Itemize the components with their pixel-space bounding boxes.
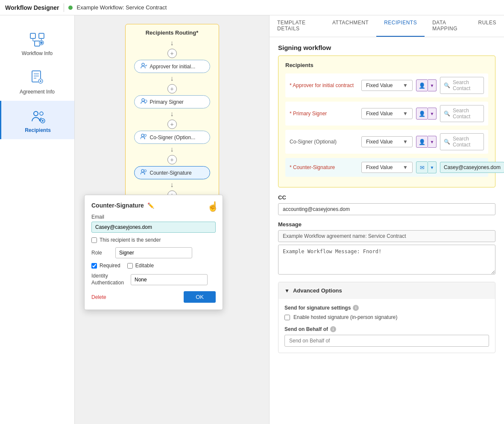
cc-input[interactable] xyxy=(278,203,495,215)
popover-sender-checkbox[interactable] xyxy=(91,237,97,243)
counter-signature-search-contact[interactable]: Casey@caseyjones.dom xyxy=(440,162,504,173)
counter-signature-popover: Counter-Signature ✏️ Email This recipien… xyxy=(84,195,223,310)
tab-rules[interactable]: RULES xyxy=(470,15,504,37)
sidebar-item-workflow-info[interactable]: Workflow Info xyxy=(0,24,74,62)
popover-editable-checkbox[interactable] xyxy=(127,263,133,269)
popover-role-input[interactable] xyxy=(115,247,192,258)
tab-template-details[interactable]: TEMPLATE DETAILS xyxy=(270,15,325,37)
co-signer-person-dropdown[interactable]: ▼ xyxy=(428,136,437,148)
tab-attachment[interactable]: ATTACHMENT xyxy=(325,15,376,37)
send-behalf-label: Send on Behalf of i xyxy=(284,326,489,332)
popover-delete-link[interactable]: Delete xyxy=(91,294,106,300)
hosted-signature-checkbox[interactable] xyxy=(284,315,290,320)
co-signer-node[interactable]: Co-Signer (Option... xyxy=(134,131,210,144)
arrow-down-2: ↓ xyxy=(134,75,210,82)
message-name-input[interactable] xyxy=(278,230,495,242)
tab-data-mapping[interactable]: DATA MAPPING xyxy=(425,15,470,37)
sidebar-item-recipients[interactable]: Recipients xyxy=(0,101,74,139)
svg-point-18 xyxy=(40,112,43,115)
sidebar: Workflow Info Agreement Info xyxy=(0,15,75,424)
svg-point-20 xyxy=(42,120,44,122)
counter-signature-person-btn[interactable]: ✉ xyxy=(416,161,428,173)
popover-email-label: Email xyxy=(91,214,216,220)
tab-bar: TEMPLATE DETAILS ATTACHMENT RECIPIENTS D… xyxy=(270,15,504,37)
popover-ok-button[interactable]: OK xyxy=(184,291,216,303)
approver-dropdown-arrow: ▼ xyxy=(403,82,408,88)
message-body-textarea[interactable]: Example Workflow Message: Fnord! xyxy=(278,245,495,275)
primary-signer-dropdown[interactable]: Fixed Value ▼ xyxy=(361,108,413,119)
svg-point-16 xyxy=(40,80,41,82)
approver-search-contact[interactable]: 🔍 Search Contact xyxy=(440,77,484,94)
popover-header: Counter-Signature ✏️ xyxy=(91,202,216,209)
recipients-box: Recipients * Approver for initial contra… xyxy=(278,56,495,187)
counter-signature-node[interactable]: Counter-Signature xyxy=(134,166,210,179)
co-signer-dropdown[interactable]: Fixed Value ▼ xyxy=(361,136,413,147)
counter-signature-label: * Counter-Signature xyxy=(290,164,358,170)
popover-footer: Delete OK xyxy=(91,291,216,303)
svg-point-27 xyxy=(144,170,146,172)
workflow-name: Example Workflow: Service Contract xyxy=(77,4,167,11)
arrow-down-4: ↓ xyxy=(134,146,210,153)
cc-section: CC xyxy=(278,194,495,215)
send-behalf-input[interactable] xyxy=(284,335,489,347)
co-signer-search-contact[interactable]: 🔍 Search Contact xyxy=(440,133,484,150)
panel-content: Signing workflow Recipients * Approver f… xyxy=(270,37,504,424)
popover-email-input[interactable] xyxy=(91,222,216,233)
primary-signer-person-btn[interactable]: 👤 xyxy=(416,108,428,120)
arrow-down-1: ↓ xyxy=(134,39,210,47)
sidebar-item-agreement-info-label: Agreement Info xyxy=(20,89,55,95)
popover-required-checkbox[interactable] xyxy=(91,263,97,269)
send-signature-label: Send for signature settings i xyxy=(284,305,489,311)
primary-signer-search-contact[interactable]: 🔍 Search Contact xyxy=(440,105,484,122)
recipient-row-primary-signer: * Primary Signer Fixed Value ▼ 👤 ▼ 🔍 Sea… xyxy=(285,102,488,126)
svg-point-22 xyxy=(142,99,144,101)
sidebar-item-agreement-info[interactable]: Agreement Info xyxy=(0,62,74,101)
signing-workflow-title: Signing workflow xyxy=(278,44,495,51)
popover-identity-input[interactable] xyxy=(131,274,208,285)
workflow-info-icon xyxy=(28,30,47,49)
popover-required-label: Required xyxy=(100,263,120,269)
hosted-signature-label: Enable hosted signature (in-person signa… xyxy=(293,314,397,320)
svg-point-25 xyxy=(144,135,146,137)
approver-node[interactable]: Approver for initial... xyxy=(134,60,210,73)
canvas-area: Recipients Routing* ↓ + Approver for ini… xyxy=(75,15,269,424)
primary-signer-node[interactable]: Primary Signer xyxy=(134,95,210,108)
app-title: Workflow Designer xyxy=(5,4,59,11)
hosted-signature-row: Enable hosted signature (in-person signa… xyxy=(284,314,489,320)
divider xyxy=(64,3,64,12)
add-node-btn-2[interactable]: + xyxy=(167,84,177,94)
counter-signature-person-dropdown[interactable]: ▼ xyxy=(428,161,437,173)
approver-dropdown[interactable]: Fixed Value ▼ xyxy=(361,80,413,91)
popover-edit-icon[interactable]: ✏️ xyxy=(147,202,154,209)
add-node-btn-3[interactable]: + xyxy=(167,120,177,129)
advanced-options-chevron: ▼ xyxy=(284,288,290,294)
agreement-info-icon xyxy=(28,68,47,87)
co-signer-node-icon xyxy=(141,133,147,141)
add-node-btn-1[interactable]: + xyxy=(167,49,177,58)
advanced-options: ▼ Advanced Options Send for signature se… xyxy=(278,282,495,353)
approver-node-icon xyxy=(141,62,147,70)
popover-title: Counter-Signature xyxy=(91,202,144,209)
popover-identity-label: IdentityAuthentication xyxy=(91,273,126,286)
primary-signer-person-dropdown[interactable]: ▼ xyxy=(428,108,437,120)
approver-person-dropdown[interactable]: ▼ xyxy=(428,79,437,91)
primary-signer-search-icon: 🔍 xyxy=(444,111,450,117)
popover-sender-label: This recipient is the sender xyxy=(100,237,161,243)
add-node-btn-4[interactable]: + xyxy=(167,155,177,164)
send-behalf-info-icon[interactable]: i xyxy=(330,326,336,332)
tab-recipients[interactable]: RECIPIENTS xyxy=(376,15,425,37)
send-signature-info-icon[interactable]: i xyxy=(353,305,359,311)
arrow-down-5: ↓ xyxy=(134,181,210,189)
svg-point-8 xyxy=(40,41,43,44)
co-signer-person-btn[interactable]: 👤 xyxy=(416,136,428,148)
advanced-options-header[interactable]: ▼ Advanced Options xyxy=(278,282,495,299)
cc-label: CC xyxy=(278,194,495,201)
status-dot xyxy=(68,6,73,10)
right-panel: TEMPLATE DETAILS ATTACHMENT RECIPIENTS D… xyxy=(269,15,504,424)
co-signer-dropdown-arrow: ▼ xyxy=(403,139,408,145)
popover-email-field: Email xyxy=(91,214,216,233)
counter-signature-dropdown[interactable]: Fixed Value ▼ xyxy=(361,162,413,173)
popover-role-label: Role xyxy=(91,250,108,256)
popover-sender-row: This recipient is the sender xyxy=(91,237,216,243)
approver-person-btn[interactable]: 👤 xyxy=(416,79,428,91)
